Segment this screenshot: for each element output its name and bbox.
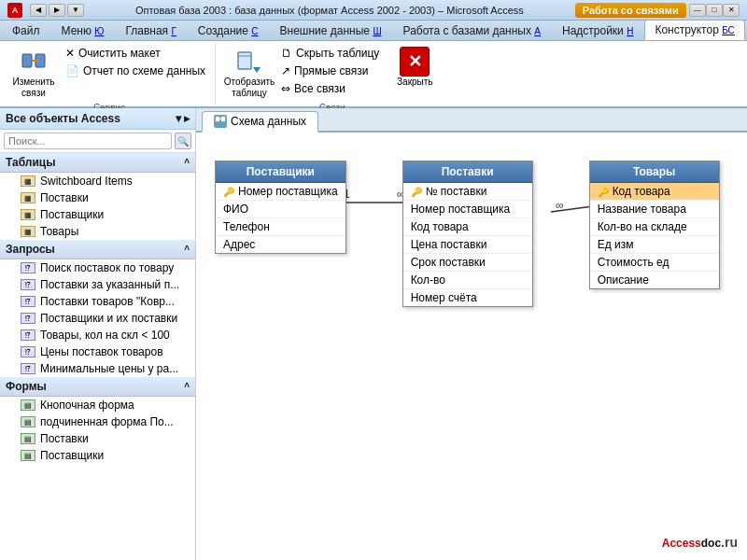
key-icon-nomer: 🔑 <box>223 187 234 197</box>
field-kod-tovara-d-label: Код товара <box>411 220 469 233</box>
change-links-btn[interactable]: Изменитьсвязи <box>9 45 58 101</box>
tab-external-label: Внешние данные Ш <box>280 24 382 37</box>
queries-section-header[interactable]: Запросы ^ <box>0 240 195 259</box>
nav-item-f3[interactable]: ▤ Поставки <box>0 430 195 447</box>
ribbon-service-content: Изменитьсвязи ✕ Очистить макет 📄 Отчет п… <box>9 45 209 101</box>
nav-item-f2[interactable]: ▤ подчиненная форма По... <box>0 413 195 430</box>
minimize-btn[interactable]: — <box>689 4 706 17</box>
field-kol-na-sklade[interactable]: Кол-во на складе <box>590 218 719 236</box>
tab-db-tools[interactable]: Работа с базами данных А <box>393 21 551 40</box>
nav-item-q3[interactable]: ⁉ Поставки товаров "Ковр... <box>0 293 195 310</box>
all-links-icon: ⇔ <box>281 82 290 95</box>
form-icon-4: ▤ <box>21 450 35 461</box>
nav-item-f4[interactable]: ▤ Поставщики <box>0 447 195 464</box>
query-icon-7: ⁉ <box>21 363 35 374</box>
nav-item-f1[interactable]: ▤ Кнопочная форма <box>0 397 195 413</box>
show-table-btn[interactable]: Отобразитьтаблицу <box>225 45 274 101</box>
tables-section-header[interactable]: Таблицы ^ <box>0 153 195 173</box>
search-icon-btn[interactable]: 🔍 <box>175 133 191 149</box>
table-tovary[interactable]: Товары 🔑 Код товара Название товара Кол-… <box>589 161 720 289</box>
query-icon-6: ⁉ <box>21 346 35 357</box>
title-btn-2[interactable]: ▶ <box>49 4 65 17</box>
table-icon-postavki: ▦ <box>21 192 35 203</box>
hide-table-btn[interactable]: 🗋 Скрыть таблицу <box>277 45 383 62</box>
hide-table-icon: 🗋 <box>281 47 292 60</box>
direct-links-btn[interactable]: ↗ Прямые связи <box>277 63 383 79</box>
table-postavshiki[interactable]: Поставщики 🔑 Номер поставщика ФИО Телефо… <box>215 161 346 254</box>
close-btn[interactable]: ✕ Закрыть <box>390 45 439 90</box>
q5-label: Товары, кол на скл < 100 <box>40 329 170 342</box>
query-icon-5: ⁉ <box>21 329 35 341</box>
nav-item-q5[interactable]: ⁉ Товары, кол на скл < 100 <box>0 327 195 343</box>
title-btn-1[interactable]: ◀ <box>30 4 47 17</box>
field-kol-vo[interactable]: Кол-во <box>403 272 532 289</box>
all-links-btn[interactable]: ⇔ Все связи <box>277 80 383 97</box>
schema-report-btn[interactable]: 📄 Отчет по схеме данных <box>62 63 209 79</box>
change-links-icon <box>19 47 49 77</box>
tab-menu-label: Меню Ю <box>62 24 105 37</box>
nav-item-q4[interactable]: ⁉ Поставщики и их поставки <box>0 310 195 327</box>
schema-tab[interactable]: Схема данных <box>202 111 318 133</box>
close-btn[interactable]: ✕ <box>723 4 740 17</box>
nav-item-tovary[interactable]: ▦ Товары <box>0 223 195 240</box>
field-stoimost-ed[interactable]: Стоимость ед <box>590 254 719 272</box>
tab-menu[interactable]: Меню Ю <box>51 21 115 40</box>
watermark: Accessdoc.ru <box>662 528 738 553</box>
nav-item-q1[interactable]: ⁉ Поиск поставок по товару <box>0 259 195 276</box>
field-fio[interactable]: ФИО <box>216 201 345 218</box>
tab-designer[interactable]: Конструктор БС <box>644 20 744 40</box>
nav-item-q7[interactable]: ⁉ Минимальные цены у ра... <box>0 360 195 377</box>
field-cena-postavki[interactable]: Цена поставки <box>403 236 532 254</box>
f2-label: подчиненная форма По... <box>40 415 174 428</box>
tab-external[interactable]: Внешние данные Ш <box>270 21 392 40</box>
table-icon-tovary: ▦ <box>21 226 35 237</box>
schema-report-label: Отчет по схеме данных <box>83 64 205 77</box>
table-postavki[interactable]: Поставки 🔑 № поставки Номер поставщика К… <box>402 161 533 307</box>
nav-item-q2[interactable]: ⁉ Поставки за указанный п... <box>0 276 195 293</box>
tab-file[interactable]: Файл <box>2 21 50 40</box>
clear-layout-btn[interactable]: ✕ Очистить макет <box>62 45 209 62</box>
ribbon-group-service: Изменитьсвязи ✕ Очистить макет 📄 Отчет п… <box>4 43 216 105</box>
form-icon-1: ▤ <box>21 399 35 411</box>
maximize-btn[interactable]: □ <box>706 4 723 17</box>
forms-section-header[interactable]: Формы ^ <box>0 377 195 397</box>
table-postavshiki-title: Поставщики <box>247 165 315 178</box>
tab-db-tools-label: Работа с базами данных А <box>403 24 541 37</box>
tab-designer-label: Конструктор БС <box>655 23 734 36</box>
query-icon-3: ⁉ <box>21 296 35 307</box>
show-table-label: Отобразитьтаблицу <box>224 77 275 99</box>
nav-item-switchboard[interactable]: ▦ Switchboard Items <box>0 173 195 189</box>
work-with-relations-btn[interactable]: Работа со связями <box>575 3 686 18</box>
field-telefon[interactable]: Телефон <box>216 218 345 236</box>
diagram-area: 1 ∞ ∞ 1 Поставщики 🔑 Номер поставщика <box>196 133 747 560</box>
header-chevron-icon[interactable]: ▾ ▸ <box>176 112 190 125</box>
forms-chevron-icon: ^ <box>184 382 190 392</box>
service-small-btns: ✕ Очистить макет 📄 Отчет по схеме данных <box>62 45 209 79</box>
field-nomer-scheta[interactable]: Номер счёта <box>403 289 532 306</box>
search-input[interactable] <box>4 133 172 149</box>
tab-home[interactable]: Главная Г <box>115 21 186 40</box>
title-btn-3[interactable]: ▼ <box>67 4 84 17</box>
left-panel-scroll[interactable]: Таблицы ^ ▦ Switchboard Items ▦ Поставки… <box>0 153 195 560</box>
schema-tab-label: Схема данных <box>231 115 306 128</box>
field-nomer-postavshika-d[interactable]: Номер поставщика <box>403 201 532 218</box>
field-opisanie[interactable]: Описание <box>590 272 719 288</box>
title-buttons: ◀ ▶ ▼ <box>30 4 84 17</box>
svg-rect-10 <box>221 117 225 121</box>
field-nazvanie-tovara[interactable]: Название товара <box>590 201 719 218</box>
field-srok-postavki[interactable]: Срок поставки <box>403 254 532 272</box>
field-adres[interactable]: Адрес <box>216 236 345 253</box>
tab-create[interactable]: Создание С <box>188 21 269 40</box>
nav-item-postavshiki[interactable]: ▦ Поставщики <box>0 206 195 223</box>
field-ed-izm[interactable]: Ед изм <box>590 236 719 254</box>
app-icon: A <box>7 3 22 18</box>
tovary-table-label: Товары <box>40 225 78 238</box>
field-nomer-postavki[interactable]: 🔑 № поставки <box>403 183 532 201</box>
tab-addins[interactable]: Надстройки Н <box>552 21 643 40</box>
field-kod-tovara-d[interactable]: Код товара <box>403 218 532 236</box>
field-nomer-postavshika-label: Номер поставщика <box>238 185 338 198</box>
field-nomer-postavshika[interactable]: 🔑 Номер поставщика <box>216 183 345 201</box>
nav-item-q6[interactable]: ⁉ Цены поставок товаров <box>0 343 195 360</box>
nav-item-postavki[interactable]: ▦ Поставки <box>0 189 195 206</box>
field-kod-tovara[interactable]: 🔑 Код товара <box>590 183 719 201</box>
